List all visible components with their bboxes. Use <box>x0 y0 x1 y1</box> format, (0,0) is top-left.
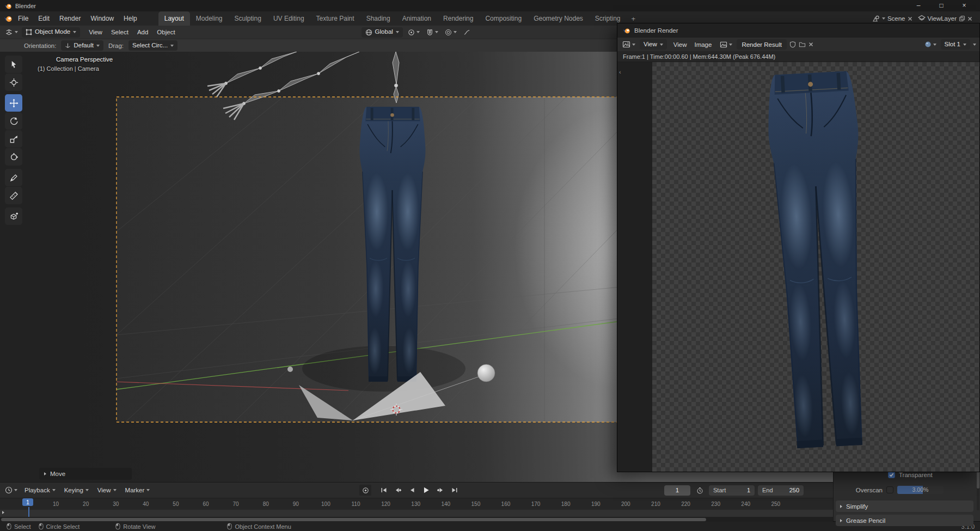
chevron-down-icon <box>170 45 174 47</box>
scene-name: Scene <box>887 15 905 22</box>
playhead[interactable]: 1 <box>22 498 33 506</box>
blender-logo-icon[interactable] <box>3 14 13 23</box>
timeline-track-area[interactable] <box>0 510 833 517</box>
workspace-tab[interactable]: Rendering <box>437 11 479 26</box>
tool-cursor[interactable] <box>5 74 22 91</box>
move-tool-icon <box>9 99 19 108</box>
channel-collapse-icon[interactable] <box>2 511 4 514</box>
tool-scale[interactable] <box>5 130 22 148</box>
unlink-image-icon[interactable] <box>808 42 813 47</box>
drag-setting-dropdown[interactable]: Select Circ... <box>128 40 177 51</box>
viewport-menu-item[interactable]: Object <box>152 26 179 39</box>
menu-item[interactable]: Edit <box>33 11 54 26</box>
timeline-ruler[interactable]: 1020304050607080901001101201301401501601… <box>0 498 833 510</box>
workspace-tab[interactable]: Animation <box>396 11 437 26</box>
sidebar-toggle-icon[interactable]: ‹ <box>619 69 621 75</box>
close-button[interactable]: × <box>953 0 976 11</box>
next-keyframe-button[interactable] <box>434 485 446 496</box>
viewport-menu-item[interactable]: View <box>84 26 107 39</box>
previous-keyframe-button[interactable] <box>392 485 404 496</box>
tool-tweak-select[interactable] <box>5 56 22 73</box>
timeline-editor-type-button[interactable] <box>3 485 19 495</box>
play-button[interactable] <box>420 485 432 496</box>
current-frame-field[interactable]: 1 <box>664 485 690 496</box>
menu-item[interactable]: Window <box>85 11 119 26</box>
transform-orientation-dropdown[interactable]: Global <box>362 27 403 38</box>
frame-number: 220 <box>671 501 701 507</box>
jump-to-start-button[interactable] <box>378 485 390 496</box>
render-slot-sphere-button[interactable] <box>923 40 938 49</box>
frame-number: 160 <box>491 501 520 507</box>
mode-dropdown[interactable]: Object Mode <box>22 27 80 38</box>
sphere-object[interactable] <box>477 364 495 382</box>
timeline-menu-item[interactable]: Marker <box>121 483 155 498</box>
operator-panel-move[interactable]: Move <box>39 468 132 480</box>
render-slot-dropdown[interactable]: Slot 1 <box>941 39 970 50</box>
timeline-menu-item[interactable]: Playback <box>20 483 60 498</box>
tool-measure[interactable] <box>5 187 22 204</box>
workspace-tab[interactable]: Modeling <box>190 11 229 26</box>
workspace-tab[interactable]: Sculpting <box>229 11 267 26</box>
grease-pencil-panel-header[interactable]: Grease Pencil <box>836 515 973 526</box>
timeline-scrollbar-thumb[interactable] <box>1 518 706 521</box>
pivot-point-button[interactable] <box>406 28 421 37</box>
workspace-tab[interactable]: Texture Paint <box>310 11 360 26</box>
frame-number: 20 <box>71 501 101 507</box>
orientation-setting-value: Default <box>74 42 93 49</box>
image-editor-menu-item[interactable]: View <box>670 38 691 52</box>
viewport-menu-item[interactable]: Select <box>107 26 133 39</box>
unlink-scene-icon[interactable] <box>908 16 912 21</box>
menu-item[interactable]: Help <box>119 11 142 26</box>
workspace-tab[interactable]: Geometry Nodes <box>528 11 589 26</box>
tool-move[interactable] <box>5 94 22 112</box>
overscan-slider[interactable]: 3.00% <box>897 486 944 494</box>
viewlayer-selector[interactable]: ViewLayer <box>916 14 975 23</box>
chevron-down-icon <box>973 44 976 46</box>
workspace-tab[interactable]: Layout <box>158 11 190 26</box>
tool-rotate[interactable] <box>5 112 22 130</box>
menu-item[interactable]: Render <box>54 11 85 26</box>
maximize-button[interactable]: □ <box>930 0 953 11</box>
snap-toggle-button[interactable] <box>425 28 440 37</box>
falloff-button[interactable] <box>462 28 472 37</box>
overscan-checkbox[interactable] <box>886 486 893 493</box>
menu-item[interactable]: File <box>13 11 33 26</box>
chevron-down-icon <box>15 31 18 33</box>
image-editor-menu-item[interactable]: Image <box>690 38 715 52</box>
image-editor-mode-dropdown[interactable]: View <box>640 39 667 50</box>
timeline-menu-item[interactable]: View <box>93 483 121 498</box>
chevron-down-icon <box>660 44 663 46</box>
simplify-panel-header[interactable]: Simplify <box>836 501 973 512</box>
copy-viewlayer-icon[interactable] <box>959 15 965 22</box>
timeline-menu-item[interactable]: Keying <box>60 483 93 498</box>
frame-end-field[interactable]: End 250 <box>758 485 804 496</box>
scene-selector[interactable]: Scene <box>870 14 915 23</box>
workspace-tab[interactable]: UV Editing <box>267 11 310 26</box>
editor-type-button[interactable] <box>3 27 20 38</box>
remove-viewlayer-icon[interactable] <box>967 16 972 21</box>
chevron-right-icon <box>44 472 46 475</box>
tool-add-cube[interactable] <box>5 207 22 225</box>
workspace-tab[interactable]: Shading <box>360 11 396 26</box>
use-preview-range-button[interactable] <box>694 485 706 496</box>
render-result-canvas[interactable]: ‹ <box>617 62 979 472</box>
orientation-setting-dropdown[interactable]: Default <box>61 40 103 51</box>
image-datablock-name[interactable]: Render Result <box>737 39 787 50</box>
tool-annotate[interactable] <box>5 169 22 186</box>
open-image-folder-icon[interactable] <box>799 41 806 48</box>
proportional-edit-button[interactable] <box>443 28 458 37</box>
play-reverse-button[interactable] <box>406 485 418 496</box>
viewport-menu-item[interactable]: Add <box>133 26 152 39</box>
render-window-titlebar[interactable]: Blender Render <box>617 23 979 38</box>
auto-keying-button[interactable] <box>359 485 371 496</box>
add-workspace-button[interactable]: + <box>627 15 641 23</box>
image-editor-type-button[interactable] <box>621 39 637 50</box>
minimize-button[interactable]: – <box>907 0 930 11</box>
image-browse-button[interactable] <box>718 40 734 50</box>
jump-to-end-button[interactable] <box>449 485 461 496</box>
frame-start-field[interactable]: Start 1 <box>709 485 755 496</box>
workspace-tab[interactable]: Compositing <box>479 11 528 26</box>
frame-number: 60 <box>191 501 220 507</box>
tool-transform[interactable] <box>5 148 22 166</box>
fake-user-shield-icon[interactable] <box>789 41 796 48</box>
